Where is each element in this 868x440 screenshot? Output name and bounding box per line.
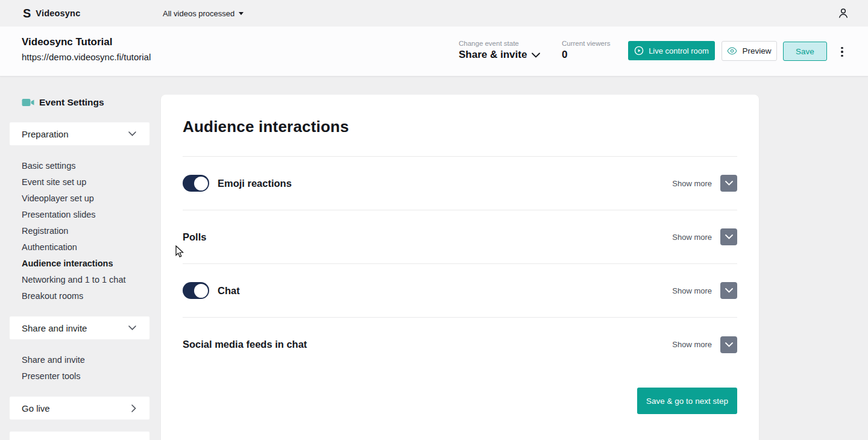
sidebar-item-videoplayer-set-up[interactable]: Videoplayer set up [10, 190, 149, 207]
show-more-link[interactable]: Show more [672, 233, 712, 242]
chevron-right-icon [131, 404, 136, 412]
section-heading: Audience interactions [183, 118, 737, 136]
sidebar-item-share-and-invite[interactable]: Share and invite [10, 352, 149, 368]
sidebar-item-networking-and-1-to-1-chat[interactable]: Networking and 1 to 1 chat [10, 272, 149, 288]
sidebar-section-go-live[interactable]: Go live [10, 397, 149, 420]
sidebar-item-audience-interactions[interactable]: Audience interactions [10, 256, 149, 272]
app-window: S Videosync All videos processed Videosy… [0, 0, 868, 440]
preview-label: Preview [742, 46, 771, 55]
preview-button[interactable]: Preview [722, 41, 777, 61]
sidebar-item-list: Basic settingsEvent site set upVideoplay… [10, 158, 149, 304]
brand[interactable]: S Videosync [23, 7, 80, 19]
sidebar-item-registration[interactable]: Registration [10, 223, 149, 239]
sidebar-item-event-site-set-up[interactable]: Event site set up [10, 174, 149, 190]
chevron-down-icon [532, 52, 540, 58]
sidebar-section-edit[interactable]: Edit [10, 432, 149, 440]
event-url[interactable]: https://demo.videosync.fi/tutorial [22, 52, 151, 62]
setting-label: Emoji reactions [218, 178, 292, 189]
show-more-link[interactable]: Show more [672, 179, 712, 188]
brand-name: Videosync [36, 8, 80, 18]
expand-button[interactable] [720, 282, 737, 299]
setting-row-polls: PollsShow more [183, 210, 737, 264]
chevron-down-icon [128, 131, 136, 136]
section-label: Go live [22, 403, 50, 413]
save-next-step-button[interactable]: Save & go to next step [637, 388, 737, 414]
event-settings-title: Event Settings [10, 95, 149, 110]
event-settings-label: Event Settings [39, 97, 104, 108]
sidebar: Event Settings PreparationBasic settings… [10, 95, 149, 440]
videos-status-dropdown[interactable]: All videos processed [163, 9, 244, 18]
chevron-down-icon [128, 325, 136, 330]
settings-rows: Emoji reactionsShow morePollsShow moreCh… [183, 156, 737, 371]
setting-label: Chat [218, 285, 240, 297]
expand-button[interactable] [720, 336, 737, 353]
toggle-switch-chat[interactable] [183, 282, 209, 299]
eye-icon [727, 47, 737, 55]
toggle-switch-emoji-reactions[interactable] [183, 175, 209, 192]
sidebar-item-authentication[interactable]: Authentication [10, 239, 149, 256]
toggle-knob [194, 284, 208, 298]
card-actions: Save & go to next step [183, 388, 737, 414]
sidebar-item-list: Share and invitePresenter tools [10, 352, 149, 385]
top-bar: S Videosync All videos processed [0, 0, 868, 27]
sidebar-item-basic-settings[interactable]: Basic settings [10, 158, 149, 174]
play-circle-icon [634, 46, 644, 55]
toggle-knob [194, 177, 208, 190]
sidebar-item-presenter-tools[interactable]: Presenter tools [10, 368, 149, 385]
main-panel: Audience interactions Emoji reactionsSho… [161, 95, 759, 440]
setting-row-chat: ChatShow more [183, 264, 737, 318]
page-title: Videosync Tutorial [22, 36, 113, 48]
sidebar-section-preparation[interactable]: Preparation [10, 122, 149, 145]
live-control-room-label: Live control room [649, 46, 709, 55]
setting-label: Polls [183, 231, 206, 243]
event-state-value: Share & invite [459, 49, 527, 61]
sidebar-item-presentation-slides[interactable]: Presentation slides [10, 207, 149, 223]
caret-down-icon [239, 12, 244, 15]
sidebar-section-share-and-invite[interactable]: Share and invite [10, 316, 149, 339]
current-viewers-label: Current viewers [562, 40, 611, 47]
live-control-room-button[interactable]: Live control room [628, 41, 715, 60]
user-profile-icon[interactable] [837, 7, 850, 20]
section-label: Share and invite [22, 323, 87, 333]
setting-label: Social media feeds in chat [183, 339, 307, 350]
save-button[interactable]: Save [783, 42, 827, 61]
sidebar-item-breakout-rooms[interactable]: Breakout rooms [10, 288, 149, 304]
more-options-kebab-icon[interactable] [838, 45, 846, 59]
save-label: Save [796, 47, 814, 56]
section-label: Preparation [22, 129, 69, 139]
event-state-dropdown[interactable]: Share & invite [459, 49, 540, 61]
event-header: Videosync Tutorial https://demo.videosyn… [0, 27, 868, 77]
sidebar-sections: PreparationBasic settingsEvent site set … [10, 122, 149, 440]
expand-button[interactable] [720, 228, 737, 245]
video-camera-icon [22, 98, 34, 107]
event-state-label: Change event state [459, 40, 519, 47]
setting-row-emoji-reactions: Emoji reactionsShow more [183, 157, 737, 210]
videosync-logo-icon: S [23, 7, 31, 19]
videos-status-label: All videos processed [163, 9, 234, 18]
section-label: Edit [22, 438, 37, 440]
setting-row-social-media-feeds-in-chat: Social media feeds in chatShow more [183, 318, 737, 371]
expand-button[interactable] [720, 175, 737, 192]
show-more-link[interactable]: Show more [672, 286, 712, 295]
current-viewers-count: 0 [562, 49, 567, 61]
show-more-link[interactable]: Show more [672, 340, 712, 349]
